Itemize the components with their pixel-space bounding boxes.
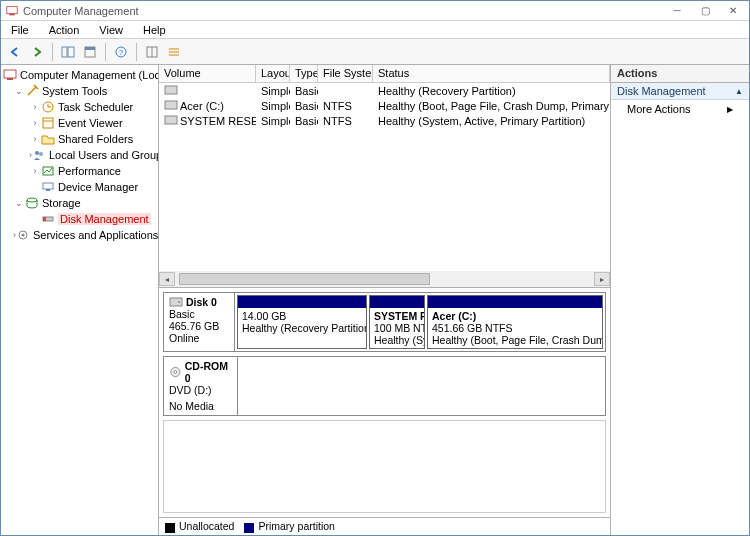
expander-icon[interactable]: ⌄ [13, 86, 25, 96]
toolbar-separator [136, 43, 137, 61]
svg-rect-3 [68, 47, 74, 57]
svg-rect-1 [9, 13, 14, 15]
chevron-right-icon: ▶ [727, 105, 733, 114]
expander-icon[interactable]: › [29, 134, 41, 144]
volume-list: Volume Layout Type File System Status Si… [159, 65, 610, 287]
menu-action[interactable]: Action [45, 23, 84, 37]
book-icon [41, 116, 55, 130]
svg-rect-29 [165, 101, 177, 109]
users-icon [32, 148, 46, 162]
actions-more-actions[interactable]: More Actions ▶ [611, 100, 749, 118]
app-icon [5, 4, 19, 18]
disk-0-header: Disk 0 Basic 465.76 GB Online [164, 293, 235, 351]
tools-icon [25, 84, 39, 98]
tree-pane: Computer Management (Local) ⌄ System Too… [1, 65, 159, 535]
scroll-thumb[interactable] [179, 273, 430, 285]
volume-icon [164, 85, 178, 95]
expander-icon[interactable]: › [29, 166, 41, 176]
tree-storage[interactable]: ⌄ Storage [11, 195, 158, 211]
tool-show-tree-button[interactable] [58, 42, 78, 62]
svg-point-19 [39, 152, 43, 156]
tool-list-button[interactable] [164, 42, 184, 62]
tree-disk-management[interactable]: Disk Management [27, 211, 158, 227]
volume-list-header[interactable]: Volume Layout Type File System Status [159, 65, 610, 83]
maximize-button[interactable]: ▢ [691, 2, 719, 20]
legend-unallocated: Unallocated [165, 520, 234, 532]
perf-icon [41, 164, 55, 178]
scroll-left-icon[interactable]: ◂ [159, 272, 175, 286]
col-type: Type [290, 65, 318, 83]
tree-event-viewer[interactable]: ›Event Viewer [27, 115, 158, 131]
computer-management-window: Computer Management ─ ▢ ✕ File Action Vi… [0, 0, 750, 536]
clock-icon [41, 100, 55, 114]
device-icon [41, 180, 55, 194]
tree-system-tools[interactable]: ⌄ System Tools [11, 83, 158, 99]
forward-button[interactable] [27, 42, 47, 62]
disk-size: 465.76 GB [169, 320, 229, 332]
volume-rows[interactable]: SimpleBasicHealthy (Recovery Partition)A… [159, 83, 610, 271]
tool-properties-button[interactable] [80, 42, 100, 62]
partition-band [238, 296, 366, 308]
minimize-button[interactable]: ─ [663, 2, 691, 20]
tree-shared-folders[interactable]: ›Shared Folders [27, 131, 158, 147]
disk-type: Basic [169, 308, 229, 320]
menu-file[interactable]: File [7, 23, 33, 37]
cdrom-name: CD-ROM 0 [185, 360, 232, 384]
window-title: Computer Management [23, 5, 663, 17]
disk-0-partitions: 14.00 GBHealthy (Recovery Partition)SYST… [235, 293, 605, 351]
actions-section-disk-management[interactable]: Disk Management ▲ [611, 83, 749, 100]
expander-icon[interactable]: › [29, 118, 41, 128]
cd-icon [169, 366, 182, 378]
svg-rect-2 [62, 47, 67, 57]
menu-view[interactable]: View [95, 23, 127, 37]
title-bar: Computer Management ─ ▢ ✕ [1, 1, 749, 21]
folder-share-icon [41, 132, 55, 146]
horizontal-scrollbar[interactable]: ◂ ▸ [159, 271, 610, 287]
tool-settings-button[interactable] [142, 42, 162, 62]
volume-row[interactable]: SimpleBasicHealthy (Recovery Partition) [159, 83, 610, 98]
volume-icon [164, 100, 178, 110]
svg-rect-31 [170, 298, 182, 306]
tree-performance[interactable]: ›Performance [27, 163, 158, 179]
cdrom-row[interactable]: CD-ROM 0 DVD (D:) No Media [163, 356, 606, 416]
partition[interactable]: SYSTEM RES100 MB NTFSHealthy (Sys [369, 295, 425, 349]
center-pane: Volume Layout Type File System Status Si… [159, 65, 611, 535]
svg-rect-14 [7, 78, 13, 80]
volume-icon [164, 115, 178, 125]
svg-point-23 [27, 198, 37, 202]
svg-point-34 [174, 371, 177, 374]
scroll-track[interactable] [175, 272, 594, 286]
volume-row[interactable]: SYSTEM RESERVEDSimpleBasicNTFSHealthy (S… [159, 113, 610, 128]
svg-rect-5 [85, 47, 95, 50]
tool-help-button[interactable]: ? [111, 42, 131, 62]
disk-name: Disk 0 [186, 296, 217, 308]
partition[interactable]: Acer (C:)451.66 GB NTFSHealthy (Boot, Pa… [427, 295, 603, 349]
cdrom-state: No Media [169, 400, 232, 412]
svg-point-27 [22, 234, 25, 237]
close-button[interactable]: ✕ [719, 2, 747, 20]
partition[interactable]: 14.00 GBHealthy (Recovery Partition) [237, 295, 367, 349]
legend: Unallocated Primary partition [159, 517, 610, 535]
col-filesystem: File System [318, 65, 373, 83]
toolbar-separator [105, 43, 106, 61]
tree-services[interactable]: › Services and Applications [11, 227, 158, 243]
volume-row[interactable]: Acer (C:)SimpleBasicNTFSHealthy (Boot, P… [159, 98, 610, 113]
svg-rect-16 [43, 118, 53, 128]
partition-band [428, 296, 602, 308]
scroll-right-icon[interactable]: ▸ [594, 272, 610, 286]
collapse-icon: ▲ [735, 87, 743, 96]
menu-help[interactable]: Help [139, 23, 170, 37]
tree-device-manager[interactable]: Device Manager [27, 179, 158, 195]
tree-root[interactable]: Computer Management (Local) [1, 67, 158, 83]
body: Computer Management (Local) ⌄ System Too… [1, 65, 749, 535]
cdrom-partitions [238, 357, 605, 415]
disk-0-row[interactable]: Disk 0 Basic 465.76 GB Online 14.00 GBHe… [163, 292, 606, 352]
legend-primary: Primary partition [244, 520, 334, 532]
tree-local-users[interactable]: ›Local Users and Groups [27, 147, 158, 163]
back-button[interactable] [5, 42, 25, 62]
svg-rect-22 [46, 189, 50, 191]
expander-icon[interactable]: ⌄ [13, 198, 25, 208]
col-volume: Volume [159, 65, 256, 83]
expander-icon[interactable]: › [29, 102, 41, 112]
tree-task-scheduler[interactable]: ›Task Scheduler [27, 99, 158, 115]
